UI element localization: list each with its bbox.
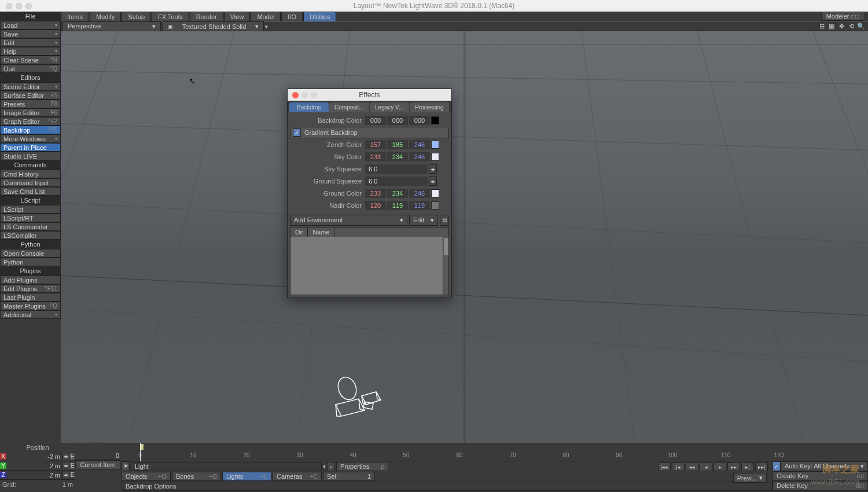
last-frame-icon[interactable]: ▸▸| [755, 462, 768, 471]
color-value[interactable]: 233 [365, 189, 386, 198]
color-value[interactable]: 000 [365, 116, 386, 125]
preview-button[interactable]: Previ... ▾ [733, 473, 767, 483]
current-item-field[interactable]: Light [131, 462, 322, 471]
menu-render[interactable]: Render [190, 12, 223, 21]
color-value[interactable]: 246 [409, 189, 430, 198]
sidebar-lscript/rt[interactable]: LScript/RT [0, 214, 61, 222]
play-icon[interactable]: ▸ [713, 462, 726, 471]
backdrop-color-swatch[interactable] [431, 116, 439, 124]
sidebar-lscript[interactable]: LScript [0, 205, 61, 214]
gradient-checkbox[interactable]: ✓ [293, 128, 301, 137]
add-environment-dropdown[interactable]: Add Environment▾ [290, 215, 407, 226]
color-swatch[interactable] [431, 189, 439, 197]
move-icon[interactable]: ✥ [837, 23, 845, 31]
max-icon[interactable] [311, 92, 317, 98]
color-swatch[interactable] [431, 153, 439, 161]
create-key-button[interactable]: Create Keyret [773, 471, 868, 481]
rotate-icon[interactable]: ⟲ [847, 23, 855, 31]
grid-icon[interactable]: ▦ [827, 23, 836, 31]
copy-icon[interactable]: ⧉ [440, 215, 449, 226]
sidebar-graph-editor[interactable]: Graph Editor^F2 [0, 117, 61, 126]
color-value[interactable]: 120 [365, 201, 386, 210]
sidebar-additional[interactable]: Additional▾ [0, 310, 61, 319]
close-dot[interactable] [6, 3, 12, 9]
prev-key-icon[interactable]: |◂ [672, 462, 685, 471]
autokey-checkbox[interactable]: ✓ [773, 461, 781, 471]
menu-fx tools[interactable]: FX Tools [152, 12, 189, 21]
color-value[interactable]: 000 [409, 116, 430, 125]
close-icon[interactable] [292, 92, 299, 98]
modeler-button[interactable]: Modeler F12 [821, 12, 865, 21]
spinner-icon[interactable]: ◂▸ [429, 177, 437, 186]
sidebar-studio-live[interactable]: Studio LIVE [0, 152, 61, 160]
sidebar-load[interactable]: Load▾ [0, 21, 61, 30]
sidebar-cmd-history[interactable]: Cmd History [0, 170, 61, 178]
color-value[interactable]: 233 [365, 152, 386, 161]
sidebar-save[interactable]: Save▾ [0, 30, 61, 38]
ground-squeeze-input[interactable]: 6.0 [365, 177, 428, 186]
spinner-icon[interactable]: ◂▸ [62, 472, 69, 478]
frame-field[interactable]: 0 [75, 452, 122, 459]
sidebar-more-windows[interactable]: More Windows▾ [0, 134, 61, 143]
viewport-3d[interactable]: ↖ Effects BackdropComposit...Legacy V...… [61, 31, 868, 480]
max-dot[interactable] [25, 3, 32, 9]
spinner-icon[interactable]: ◂▸ [62, 454, 69, 459]
color-value[interactable]: 234 [387, 189, 408, 198]
color-value[interactable]: 185 [387, 140, 408, 149]
edit-dropdown[interactable]: Edit▾ [409, 215, 438, 226]
sidebar-presets[interactable]: PresetsF8 [0, 100, 61, 108]
menu-i/o[interactable]: I/O [281, 12, 303, 21]
min-icon[interactable] [301, 92, 308, 98]
list-icon[interactable]: ⊟ [818, 23, 826, 31]
color-swatch[interactable] [431, 201, 439, 210]
sidebar-help[interactable]: Help▾ [0, 47, 61, 56]
zoom-icon[interactable]: 🔍 [857, 23, 865, 31]
sidebar-backdrop[interactable]: Backdrop^F5 [0, 126, 61, 134]
square-icon[interactable]: ▫ [327, 462, 335, 471]
shading-select[interactable]: ▣Textured Shaded Solid▾ [163, 21, 264, 31]
tab-backdrop[interactable]: Backdrop [289, 102, 329, 112]
sidebar-clear-scene[interactable]: Clear Scene^N [0, 56, 61, 64]
play-back-icon[interactable]: ◂ [700, 462, 712, 471]
menu-utilities[interactable]: Utilities [303, 12, 336, 21]
scrollbar[interactable] [443, 237, 448, 295]
next-frame-icon[interactable]: ▸▸ [727, 462, 740, 471]
view-mode-select[interactable]: Perspective▾ [62, 21, 161, 31]
sidebar-edit[interactable]: Edit▾ [0, 38, 61, 47]
sidebar-parent-in-place[interactable]: Parent in Place [0, 143, 61, 152]
sidebar-python[interactable]: Python [0, 258, 61, 266]
sidebar-save-cmd-list[interactable]: Save Cmd List [0, 187, 61, 196]
dropdown-icon[interactable]: ▾ [265, 24, 268, 30]
first-frame-icon[interactable]: |◂◂ [658, 462, 671, 471]
sidebar-edit-plugins[interactable]: Edit Plugins^F11 [0, 284, 61, 293]
sidebar-master-plugins[interactable]: Master Plugins^Q [0, 302, 61, 310]
color-value[interactable]: 246 [409, 152, 430, 161]
sidebar-surface-editor[interactable]: Surface EditorF5 [0, 91, 61, 100]
mode-objects[interactable]: Objects+O [122, 472, 171, 481]
sidebar-quit[interactable]: Quit^Q [0, 64, 61, 73]
color-value[interactable]: 157 [365, 140, 386, 149]
envelope-button[interactable]: E [69, 462, 75, 469]
coord-value[interactable]: 2 m [6, 462, 62, 469]
spinner-icon[interactable]: ◂▸ [429, 164, 437, 174]
timeline-ruler[interactable]: 0102030405060708090100110120 [122, 443, 773, 461]
menu-view[interactable]: View [224, 12, 251, 21]
chevron-down-icon[interactable]: ▾ [323, 464, 326, 469]
color-value[interactable]: 234 [387, 152, 408, 161]
spinner-icon[interactable]: ◂▸ [62, 463, 69, 468]
tab-legacy v[interactable]: Legacy V... [370, 102, 409, 112]
sidebar-lscompiler[interactable]: LSCompiler [0, 231, 61, 240]
tab-composit[interactable]: Composit... [329, 102, 369, 112]
menu-setup[interactable]: Setup [122, 12, 151, 21]
sky-squeeze-input[interactable]: 6.0 [365, 164, 428, 174]
sidebar-add-plugins[interactable]: Add Plugins [0, 276, 61, 284]
color-value[interactable]: 119 [387, 201, 408, 210]
color-value[interactable]: 000 [387, 116, 408, 125]
menu-model[interactable]: Model [251, 12, 281, 21]
color-value[interactable]: 119 [409, 201, 430, 210]
sidebar-ls-commander[interactable]: LS Commander [0, 222, 61, 231]
sidebar-last-plugin[interactable]: Last Plugin [0, 293, 61, 302]
next-key-icon[interactable]: ▸| [741, 462, 754, 471]
environment-area[interactable] [290, 237, 448, 295]
mode-cameras[interactable]: Cameras+C [273, 472, 322, 481]
